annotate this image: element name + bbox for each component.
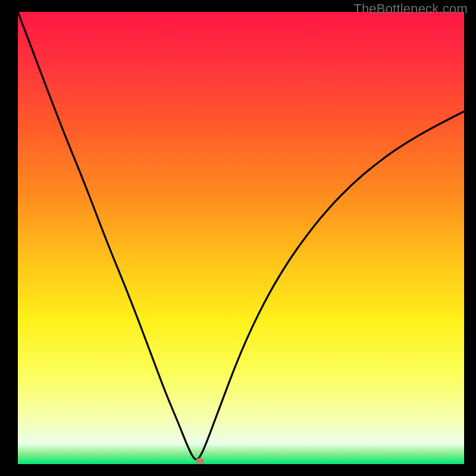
attribution-text: TheBottleneck.com bbox=[353, 1, 468, 17]
gradient-background bbox=[18, 12, 464, 464]
optimum-marker bbox=[196, 458, 204, 464]
chart-svg bbox=[18, 12, 464, 464]
plot-area bbox=[18, 12, 464, 464]
chart-frame: TheBottleneck.com bbox=[0, 0, 476, 476]
